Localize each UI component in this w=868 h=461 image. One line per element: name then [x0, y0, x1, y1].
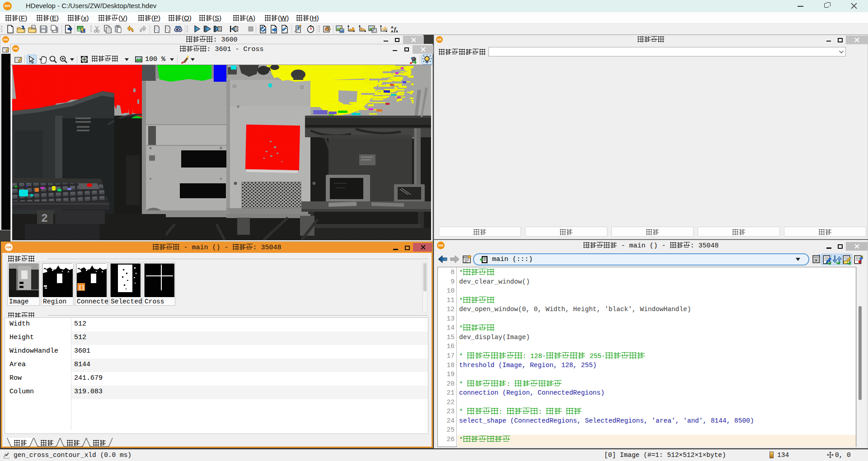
svg-text:[]: [] — [79, 285, 84, 290]
svg-text:A: A — [391, 29, 394, 33]
svg-text:A: A — [391, 25, 394, 29]
svg-text:A: A — [396, 30, 398, 33]
svg-text:Ex: Ex — [32, 26, 35, 29]
